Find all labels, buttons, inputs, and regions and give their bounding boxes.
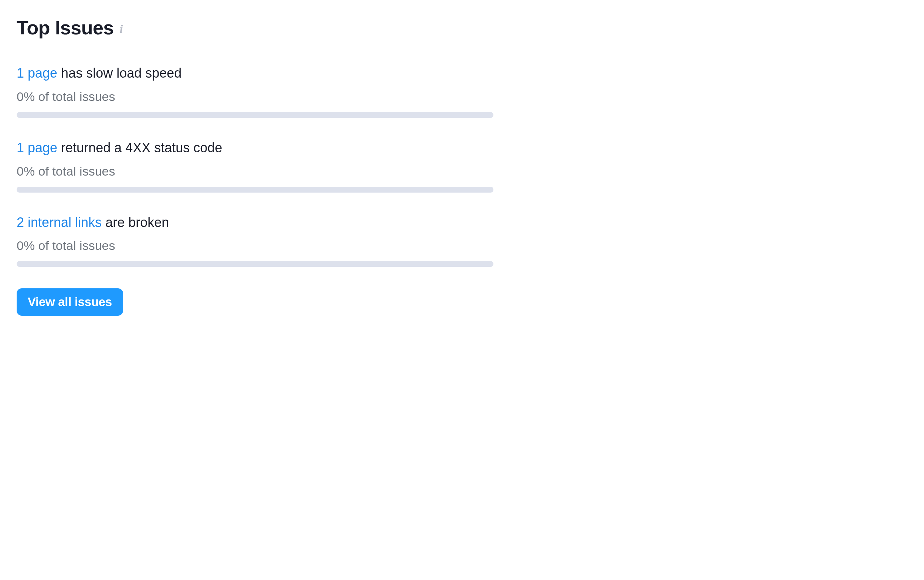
panel-header: Top Issues i [16, 16, 493, 39]
issue-percent: 0% of total issues [16, 89, 493, 104]
issue-description: has slow load speed [57, 66, 181, 81]
issue-description-line: 1 page has slow load speed [16, 65, 493, 82]
progress-bar [16, 187, 493, 193]
progress-bar [16, 261, 493, 267]
issue-description: returned a 4XX status code [57, 140, 222, 155]
issue-percent: 0% of total issues [16, 164, 493, 178]
issue-link[interactable]: 1 page [16, 140, 57, 155]
issue-description: are broken [102, 215, 169, 230]
panel-title: Top Issues [16, 16, 114, 39]
issue-item: 1 page returned a 4XX status code 0% of … [16, 139, 493, 193]
view-all-issues-button[interactable]: View all issues [16, 288, 123, 316]
progress-bar [16, 112, 493, 118]
issue-item: 1 page has slow load speed 0% of total i… [16, 65, 493, 118]
issue-item: 2 internal links are broken 0% of total … [16, 214, 493, 267]
issue-description-line: 1 page returned a 4XX status code [16, 139, 493, 157]
info-icon[interactable]: i [120, 21, 123, 35]
top-issues-panel: Top Issues i 1 page has slow load speed … [16, 16, 493, 316]
issue-link[interactable]: 2 internal links [16, 215, 102, 230]
issue-description-line: 2 internal links are broken [16, 214, 493, 231]
issue-link[interactable]: 1 page [16, 66, 57, 81]
issue-percent: 0% of total issues [16, 239, 493, 253]
